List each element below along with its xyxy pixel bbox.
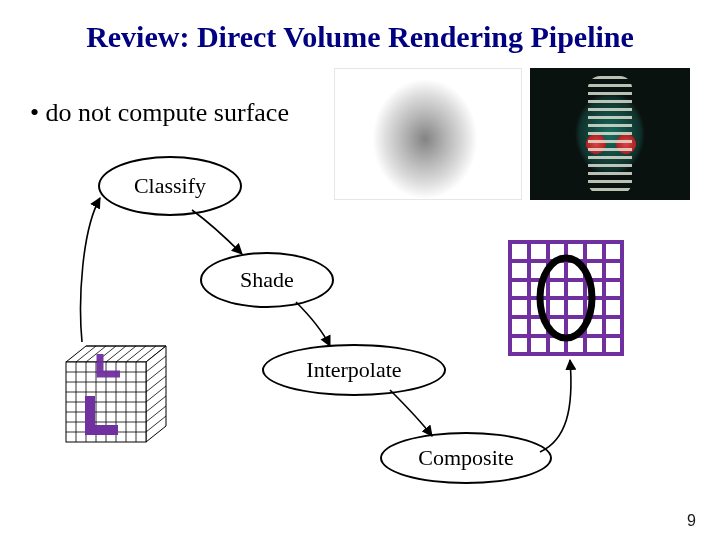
bullet-point: do not compute surface — [30, 98, 289, 128]
node-label: Composite — [418, 445, 513, 471]
node-label: Interpolate — [306, 357, 401, 383]
node-label: Shade — [240, 267, 294, 293]
node-composite: Composite — [380, 432, 552, 484]
node-label: Classify — [134, 173, 206, 199]
node-classify: Classify — [98, 156, 242, 216]
screen-grid-icon — [508, 240, 624, 356]
node-shade: Shade — [200, 252, 334, 308]
ct-torso-image — [530, 68, 690, 200]
page-number: 9 — [687, 512, 696, 530]
voxel-cube-icon — [40, 340, 170, 460]
slide-title: Review: Direct Volume Rendering Pipeline — [0, 20, 720, 54]
xray-skull-image — [334, 68, 522, 200]
node-interpolate: Interpolate — [262, 344, 446, 396]
